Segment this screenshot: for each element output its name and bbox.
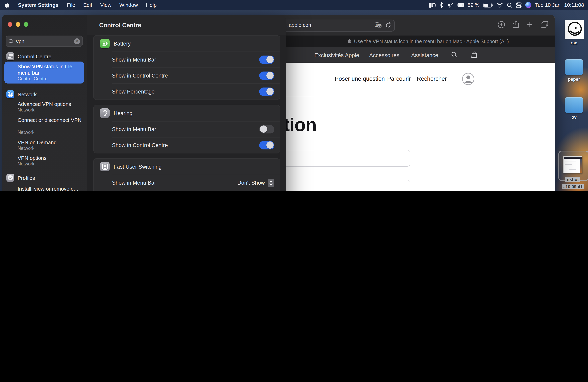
sidebar-result-vpn-options[interactable]: VPN options [18, 155, 82, 161]
panel-titlebar: Control Centre [87, 15, 286, 35]
icon-label: rso [559, 40, 588, 46]
battery-icon [100, 39, 110, 48]
menu-file[interactable]: File [63, 2, 79, 8]
setting-label: Show Percentage [112, 89, 259, 95]
stage-manager-icon[interactable] [429, 2, 436, 8]
desktop-icon-document[interactable]: paper [559, 59, 588, 82]
result-category: Network [18, 161, 34, 166]
icon-label: nshot [565, 177, 580, 182]
search-icon [8, 38, 14, 44]
menu-bar-date[interactable]: Tue 10 Jan [535, 2, 561, 8]
setting-label: Show in Menu Bar [112, 126, 259, 132]
desktop-icon-movie[interactable]: ov [559, 97, 588, 120]
toggle-switch[interactable] [259, 55, 274, 64]
menu-edit[interactable]: Edit [79, 2, 96, 8]
hearing-card: Hearing Show in Menu Bar Show in Control… [93, 105, 280, 153]
toggle-switch[interactable] [259, 87, 274, 96]
sidebar-result-vpn-on-demand[interactable]: VPN on Demand [18, 139, 82, 145]
card-title: Hearing [114, 110, 274, 116]
siri-icon[interactable] [525, 2, 531, 8]
smiley-image-icon [565, 20, 583, 39]
fast-user-switching-card: Fast User Switching Show in Menu Bar Don… [93, 158, 280, 191]
setting-label: Show in Menu Bar [112, 180, 237, 186]
toggle-switch[interactable] [259, 141, 274, 149]
nav-assistance[interactable]: Assistance [411, 52, 438, 58]
minimize-button[interactable] [16, 22, 21, 27]
toggle-switch[interactable] [259, 125, 274, 133]
tab-overview-icon[interactable] [540, 21, 548, 30]
battery-card: Battery Show in Menu Bar Show in Control… [93, 35, 280, 100]
panel-title: Control Centre [99, 21, 141, 28]
menu-view[interactable]: View [96, 2, 115, 8]
subnav-rechercher[interactable]: Rechercher [417, 76, 447, 82]
subnav-parcourir[interactable]: Parcourir [387, 76, 411, 82]
zoom-button[interactable] [24, 22, 28, 27]
setting-row: Show in Menu Bar [94, 52, 280, 68]
search-input[interactable]: vpn ✕ [6, 36, 83, 47]
desktop-icon-screenshot-1[interactable]: nshot ..10.09.41 [558, 156, 588, 190]
sidebar-item-control-centre[interactable]: Control Centre [18, 54, 51, 59]
sidebar-result-advanced-vpn[interactable]: Advanced VPN options [18, 101, 82, 107]
text-fragment: er [287, 188, 293, 191]
sidebar-item-network[interactable]: Network [18, 92, 37, 97]
battery-header-row: Battery [94, 36, 280, 52]
toggle-switch[interactable] [259, 71, 274, 80]
battery-icon[interactable] [483, 3, 493, 7]
blue-document-icon [565, 59, 583, 75]
menu-app-name[interactable]: System Settings [14, 2, 63, 8]
screenshot-thumbnail [563, 156, 582, 173]
tab-title: Use the VPN status icon in the menu bar … [354, 39, 509, 44]
translate-icon[interactable]: A文 [375, 22, 382, 30]
desktop-icon-image[interactable]: rso [559, 20, 588, 46]
question-input[interactable] [264, 150, 410, 167]
bluetooth-icon[interactable] [439, 2, 444, 8]
dropdown-value: Don't Show [237, 180, 265, 186]
setting-row: Show in Control Centre [94, 137, 280, 153]
dropdown-select[interactable]: Don't Show [237, 178, 274, 187]
setting-row: Show in Menu Bar Don't Show [94, 175, 280, 191]
setting-row: Show in Control Centre [94, 68, 280, 83]
setting-row: Show in Menu Bar [94, 121, 280, 137]
search-value: vpn [16, 38, 74, 44]
downloads-icon[interactable] [498, 20, 505, 30]
sidebar-item-profiles[interactable]: Profiles [18, 175, 35, 181]
icon-label: paper [559, 77, 588, 82]
close-button[interactable] [8, 22, 12, 27]
menu-help[interactable]: Help [142, 2, 161, 8]
description-textarea[interactable]: er n'apparait pas [264, 180, 410, 191]
keyboard-icon[interactable] [457, 2, 464, 8]
page-heading-fragment: tion [284, 114, 316, 135]
nav-exclusivites[interactable]: Exclusivités Apple [315, 52, 359, 58]
control-centre-icon[interactable] [516, 2, 522, 8]
result-category: Network [18, 146, 34, 151]
nav-accessoires[interactable]: Accessoires [369, 52, 399, 58]
new-tab-icon[interactable] [526, 21, 533, 29]
account-avatar[interactable] [462, 73, 474, 87]
wifi-icon[interactable] [496, 2, 503, 8]
apple-logo-icon [347, 38, 351, 45]
subnav-poser-une-question[interactable]: Poser une question [335, 76, 385, 82]
sidebar-result-connect-vpn[interactable]: Connect or disconnect VPN [18, 117, 82, 123]
icon-label: ov [559, 115, 588, 120]
apple-menu-icon[interactable] [0, 1, 14, 8]
sidebar-result-install-profiles[interactable]: Install, view or remove c… [18, 186, 82, 191]
spotlight-search-icon[interactable] [507, 2, 512, 8]
settings-sidebar: vpn ✕ Control Centre Show VPN status in … [2, 15, 87, 191]
network-icon [6, 90, 14, 98]
clear-search-icon[interactable]: ✕ [74, 38, 80, 44]
sidebar-selected-result[interactable]: Show VPN status in the menu bar Control … [4, 61, 84, 83]
setting-label: Show in Menu Bar [112, 57, 259, 62]
reload-icon[interactable] [385, 22, 391, 30]
menu-bar-clock[interactable]: 10:11:08 [564, 2, 584, 8]
share-icon[interactable] [512, 20, 519, 30]
system-settings-window: vpn ✕ Control Centre Show VPN status in … [2, 15, 286, 191]
setting-label: Show in Control Centre [112, 73, 259, 78]
card-title: Battery [114, 40, 274, 47]
sound-muted-icon[interactable] [447, 2, 454, 8]
nav-search-icon[interactable] [451, 52, 458, 59]
nav-bag-icon[interactable] [471, 51, 477, 59]
fus-header-row: Fast User Switching [94, 159, 280, 175]
menu-window[interactable]: Window [115, 2, 142, 8]
result-category: Network [18, 108, 34, 112]
url-text: .apple.com [287, 22, 313, 28]
